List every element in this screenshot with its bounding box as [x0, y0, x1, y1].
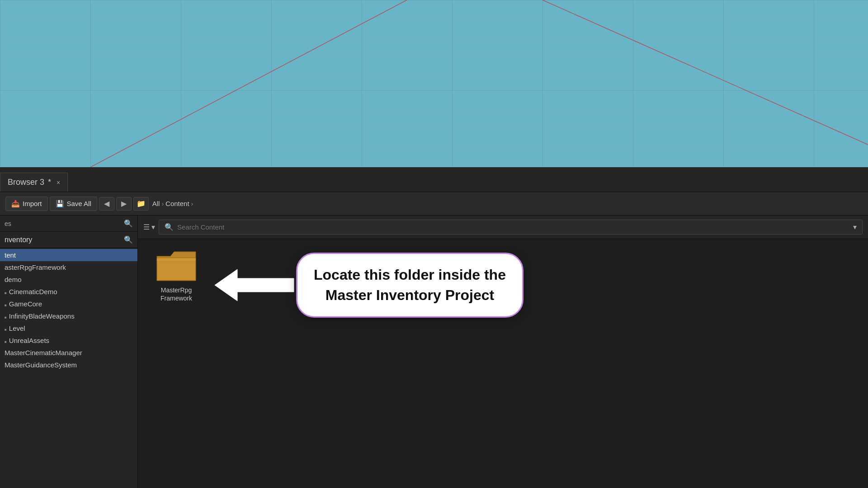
tree-item-2[interactable]: demo — [0, 273, 137, 286]
breadcrumb-sep-2: › — [191, 200, 193, 207]
save-all-button[interactable]: 💾 Save All — [50, 197, 97, 211]
callout-text: Locate this folder inside theMaster Inve… — [314, 267, 506, 303]
search-bar: ☰ ▾ 🔍 ▾ — [138, 216, 868, 239]
folder-label: MasterRpgFramework — [160, 286, 192, 302]
tree-item-8[interactable]: MasterCinematicManager — [0, 347, 137, 359]
inventory-search-icon[interactable]: 🔍 — [124, 235, 133, 244]
import-button[interactable]: 📥 Import — [5, 197, 48, 211]
save-icon: 💾 — [56, 200, 64, 208]
tab-bar: Browser 3 * × — [0, 167, 868, 192]
breadcrumb: All › Content › — [152, 200, 193, 207]
search-dropdown-icon[interactable]: ▾ — [853, 223, 857, 231]
content-area: 🔍 nventory 🔍 tentasterRpgFrameworkdemoCi… — [0, 216, 868, 488]
tree-item-9[interactable]: MasterGuidanceSystem — [0, 359, 137, 371]
breadcrumb-content[interactable]: Content — [165, 200, 189, 207]
folder-icon-svg — [156, 248, 197, 282]
sidebar: 🔍 nventory 🔍 tentasterRpgFrameworkdemoCi… — [0, 216, 138, 488]
tree-item-1[interactable]: asterRpgFramework — [0, 261, 137, 273]
forward-button[interactable]: ▶ — [116, 197, 132, 211]
viewport-grid — [0, 0, 868, 167]
content-grid: MasterRpgFramework Locate this folder in… — [138, 239, 868, 488]
breadcrumb-all[interactable]: All — [152, 200, 160, 207]
search-magnifier-icon: 🔍 — [165, 223, 174, 231]
tree-item-0[interactable]: tent — [0, 249, 137, 261]
search-input-wrap: 🔍 ▾ — [159, 220, 863, 235]
filter-button[interactable]: ☰ ▾ — [143, 223, 155, 231]
sidebar-tree: tentasterRpgFrameworkdemoCinematicDemoGa… — [0, 248, 137, 488]
breadcrumb-sep-1: › — [161, 200, 164, 207]
callout-arrow — [197, 256, 296, 314]
viewport — [0, 0, 868, 167]
tree-item-5[interactable]: InfinityBladeWeapons — [0, 310, 137, 322]
svg-line-2 — [90, 0, 407, 167]
callout-container: Locate this folder inside theMaster Inve… — [197, 253, 524, 318]
folder-icon: 📁 — [137, 199, 146, 208]
import-label: Import — [23, 200, 42, 207]
sidebar-search-row: 🔍 — [0, 216, 137, 232]
tab-label: Browser 3 — [8, 178, 44, 187]
filter-icon: ☰ — [143, 223, 150, 231]
back-button[interactable]: ◀ — [99, 197, 114, 211]
bottom-panel: Browser 3 * × 📥 Import 💾 Save All ◀ ▶ 📁 … — [0, 167, 868, 488]
sidebar-search-input[interactable] — [5, 220, 121, 227]
svg-line-3 — [542, 0, 868, 145]
folder-button[interactable]: 📁 — [133, 197, 149, 211]
toolbar: 📥 Import 💾 Save All ◀ ▶ 📁 All › Content … — [0, 192, 868, 216]
back-icon: ◀ — [104, 199, 109, 208]
right-content: ☰ ▾ 🔍 ▾ — [138, 216, 868, 488]
import-icon: 📥 — [11, 200, 20, 208]
tab-modified: * — [48, 178, 51, 187]
browser3-tab[interactable]: Browser 3 * × — [0, 173, 68, 192]
svg-rect-1 — [0, 0, 868, 167]
tree-item-7[interactable]: UnrealAssets — [0, 334, 137, 347]
filter-chevron: ▾ — [151, 223, 155, 231]
save-all-label: Save All — [67, 200, 91, 207]
sidebar-inventory-row: nventory 🔍 — [0, 232, 137, 248]
callout-bubble: Locate this folder inside theMaster Inve… — [296, 253, 524, 318]
tree-item-4[interactable]: GameCore — [0, 298, 137, 310]
sidebar-search-icon[interactable]: 🔍 — [124, 219, 133, 228]
forward-icon: ▶ — [121, 199, 127, 208]
tab-close-button[interactable]: × — [57, 179, 60, 186]
inventory-label: nventory — [5, 236, 121, 244]
tree-item-6[interactable]: Level — [0, 322, 137, 334]
content-search-input[interactable] — [177, 223, 849, 231]
tree-item-3[interactable]: CinematicDemo — [0, 286, 137, 298]
